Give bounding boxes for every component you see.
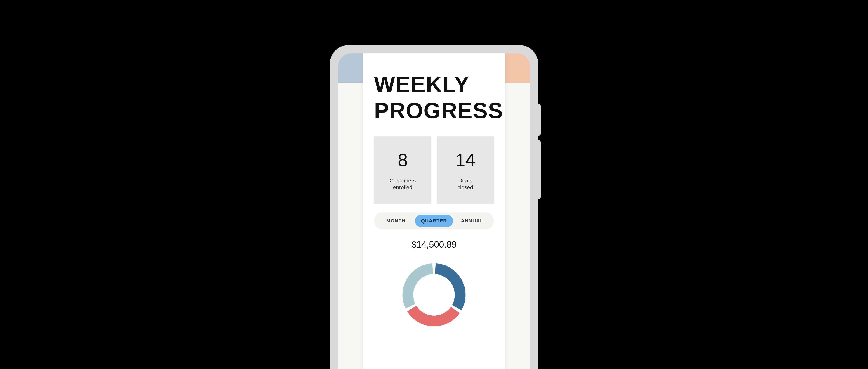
donut-chart <box>396 256 472 333</box>
background-accent-left <box>338 53 365 83</box>
page-title-line-1: WEEKLY <box>374 71 494 98</box>
phone-side-button-1 <box>537 104 541 136</box>
stat-tile-deals[interactable]: 14 Deals closed <box>437 136 494 204</box>
page-title-line-2: PROGRESS <box>374 98 494 124</box>
donut-segment <box>435 264 466 310</box>
stat-value: 8 <box>398 150 408 171</box>
segment-month[interactable]: MONTH <box>377 215 415 227</box>
phone-screen: WEEKLY PROGRESS 8 Customers enrolled 14 … <box>338 53 530 369</box>
stat-value: 14 <box>455 150 475 171</box>
period-segmented-control: MONTH QUARTER ANNUAL <box>374 212 494 229</box>
phone-side-button-2 <box>537 140 541 199</box>
progress-card: WEEKLY PROGRESS 8 Customers enrolled 14 … <box>363 53 505 369</box>
stats-row: 8 Customers enrolled 14 Deals closed <box>374 136 494 204</box>
summary-amount: $14,500.89 <box>374 240 494 250</box>
stat-label: Customers enrolled <box>390 177 416 191</box>
background-accent-right <box>503 53 530 83</box>
phone-frame: WEEKLY PROGRESS 8 Customers enrolled 14 … <box>330 45 538 369</box>
stat-tile-customers[interactable]: 8 Customers enrolled <box>374 136 431 204</box>
segment-annual[interactable]: ANNUAL <box>453 215 491 227</box>
donut-segment <box>403 264 433 309</box>
donut-chart-container <box>374 256 494 333</box>
segment-quarter[interactable]: QUARTER <box>415 215 453 227</box>
donut-segment <box>407 306 460 327</box>
stat-label: Deals closed <box>458 177 473 191</box>
